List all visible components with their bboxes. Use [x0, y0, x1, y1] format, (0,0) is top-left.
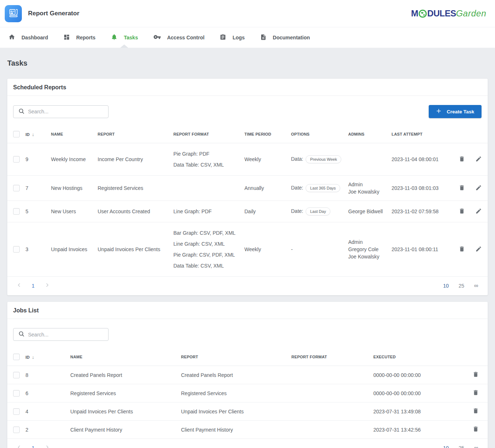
page-size-all[interactable]: ∞ [474, 445, 478, 448]
cell-actions [453, 421, 488, 439]
admin-name: Admin [348, 238, 389, 246]
delete-button[interactable] [472, 408, 479, 415]
page-size-all[interactable]: ∞ [474, 283, 478, 289]
cell-last-attempt: 2023-11-04 08:00:01 [392, 143, 450, 176]
trash-icon [459, 156, 465, 163]
column-header-report-format: REPORT FORMAT [291, 348, 373, 366]
cell-id: 8 [25, 366, 70, 384]
cell-report: Client Payment History [181, 421, 291, 439]
page-app-title: Report Generator [28, 10, 79, 17]
cell-executed: 0000-00-00 00:00:00 [373, 366, 453, 384]
create-task-button[interactable]: Create Task [429, 105, 482, 118]
cell-report-format [291, 421, 373, 439]
column-header-id[interactable]: ID↓ [25, 348, 70, 366]
row-checkbox[interactable] [13, 408, 20, 415]
format-line: Line Graph: CSV, XML [173, 238, 241, 249]
nav-item-tasks[interactable]: Tasks [103, 27, 146, 48]
cell-report: Unpaid Invoices Per Clients [181, 402, 291, 421]
option-label: Date: [291, 208, 303, 214]
edit-button[interactable] [475, 208, 482, 215]
scheduled-search-box [13, 105, 109, 118]
admin-name: George Bidwell [348, 208, 389, 215]
row-checkbox[interactable] [13, 246, 20, 253]
row-checkbox[interactable] [13, 426, 20, 433]
jobs-search-input[interactable] [25, 332, 108, 338]
page-size-10[interactable]: 10 [443, 445, 449, 448]
row-checkbox[interactable] [13, 185, 20, 191]
nav-label: Tasks [124, 35, 138, 40]
prev-page-button[interactable] [16, 282, 22, 289]
prev-page-button[interactable] [16, 444, 22, 448]
cell-name: Unpaid Invoices [51, 222, 98, 277]
delete-button[interactable] [459, 246, 465, 253]
edit-button[interactable] [475, 184, 482, 192]
admin-name: Admin [348, 181, 389, 188]
table-row: 7 New Hostings Registered Services Annua… [7, 176, 488, 201]
key-icon [153, 33, 161, 42]
column-header-name: NAME [70, 348, 181, 366]
row-checkbox[interactable] [13, 372, 20, 378]
delete-button[interactable] [459, 184, 465, 192]
edit-button[interactable] [475, 246, 482, 253]
next-page-button[interactable] [44, 444, 50, 448]
cell-actions [453, 384, 488, 402]
delete-button[interactable] [459, 208, 465, 215]
cell-report-format: Pie Graph: PDF Data Table: CSV, XML [173, 143, 244, 176]
select-all-checkbox[interactable] [13, 131, 20, 137]
brand-m: M [411, 9, 419, 18]
clipboard-icon [220, 34, 226, 42]
nav-label: Dashboard [21, 35, 48, 40]
scheduled-search-input[interactable] [25, 109, 108, 114]
column-header-report: REPORT [181, 348, 291, 366]
trash-icon [472, 426, 479, 433]
row-checkbox[interactable] [13, 390, 20, 397]
delete-button[interactable] [472, 371, 479, 379]
cell-executed: 0000-00-00 00:00:00 [373, 384, 453, 402]
modulesgarden-logo: M DULES Garden [411, 9, 486, 18]
page-size-10[interactable]: 10 [443, 283, 449, 289]
table-row: 6 Registered Services Registered Service… [7, 384, 488, 402]
row-checkbox[interactable] [13, 156, 20, 163]
nav-item-dashboard[interactable]: Dashboard [1, 27, 56, 48]
nav-item-access-control[interactable]: Access Control [146, 27, 212, 48]
select-all-checkbox[interactable] [13, 354, 20, 360]
cell-report: Registered Services [181, 384, 291, 402]
cell-last-attempt: 2023-11-02 07:59:58 [392, 201, 450, 222]
table-row: 5 New Users User Accounts Created Line G… [7, 201, 488, 222]
page-controls: 1 [16, 444, 50, 448]
page-size-controls: 10 25 ∞ [443, 445, 478, 448]
page-content: Tasks Scheduled Reports Create Task [0, 48, 495, 448]
next-page-button[interactable] [44, 282, 50, 289]
cell-options: Date:Last Day [291, 201, 348, 222]
chevron-left-icon [16, 444, 22, 448]
cell-time-period: Weekly [244, 143, 291, 176]
row-checkbox[interactable] [13, 208, 20, 215]
delete-button[interactable] [472, 389, 479, 397]
column-header-id[interactable]: ID↓ [25, 125, 51, 143]
page-size-25[interactable]: 25 [459, 445, 464, 448]
cell-time-period: Daily [244, 201, 291, 222]
page-size-25[interactable]: 25 [459, 283, 464, 289]
nav-item-logs[interactable]: Logs [212, 27, 252, 48]
dashboard-grid-icon [63, 34, 70, 42]
cell-report: Unpaid Invoices Per Clients [98, 222, 173, 277]
format-line: Pie Graph: CSV, PDF, XML [173, 249, 241, 260]
delete-button[interactable] [472, 426, 479, 433]
cell-report-format: Bar Graph: CSV, PDF, XML Line Graph: CSV… [173, 222, 244, 277]
page-number[interactable]: 1 [32, 445, 35, 448]
cell-report: Income Per Country [98, 143, 173, 176]
nav-item-reports[interactable]: Reports [56, 27, 103, 48]
cell-id: 9 [25, 143, 51, 176]
option-label: - [291, 246, 293, 252]
delete-button[interactable] [459, 156, 465, 163]
edit-button[interactable] [475, 156, 482, 163]
cell-id: 2 [25, 421, 70, 439]
cell-options: Data:Previous Week [291, 143, 348, 176]
page-number[interactable]: 1 [32, 283, 35, 289]
pencil-icon [475, 246, 482, 253]
table-header-row: ID↓ NAME REPORT REPORT FORMAT EXECUTED [7, 348, 488, 366]
page-title: Tasks [7, 48, 488, 79]
chevron-right-icon [44, 444, 50, 448]
table-row: 3 Unpaid Invoices Unpaid Invoices Per Cl… [7, 222, 488, 277]
nav-item-documentation[interactable]: Documentation [252, 27, 318, 48]
